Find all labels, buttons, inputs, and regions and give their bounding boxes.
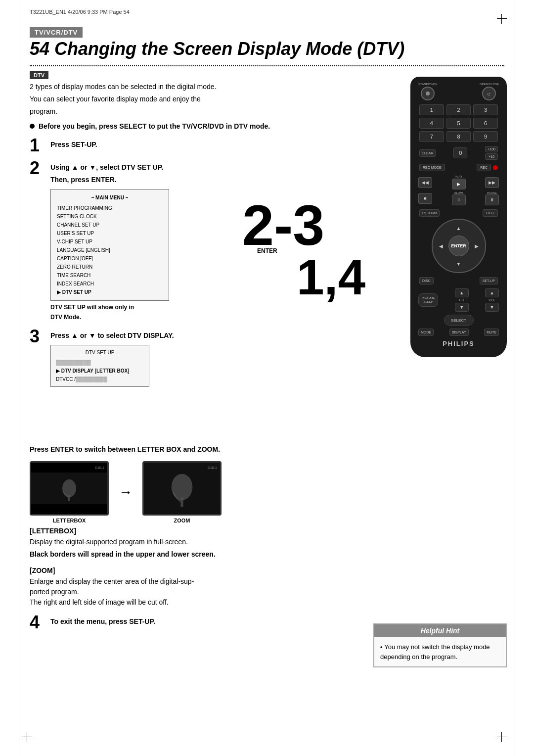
setup-button[interactable]: SET-UP (480, 277, 498, 284)
slow-group: SLOW ⏸ (452, 191, 466, 205)
dtv-badge: DTV (30, 71, 48, 79)
picture-sleep-button[interactable]: PICTURESLEEP (418, 293, 438, 307)
letterbox-line1: Display the digital-supported program in… (30, 537, 316, 547)
standby-button[interactable] (421, 87, 435, 100)
btn-0[interactable]: 0 (453, 147, 467, 158)
menu-item-vchip: V-CHIP SET UP (57, 237, 163, 246)
display-button[interactable]: DISPLAY (449, 329, 469, 336)
ch-label: CH (459, 298, 464, 302)
cross-mark-bottom-right (497, 732, 507, 742)
ch-up-button[interactable]: ▲ (455, 288, 469, 297)
disc-button[interactable]: DISC (419, 277, 434, 284)
ch-down-button[interactable]: ▼ (455, 303, 469, 312)
dtv-set-item1: ▒▒▒▒▒▒▒▒▒▒ (56, 358, 144, 367)
dtv-note-line2: DTV Mode. (50, 314, 169, 321)
dotted-separator (30, 65, 504, 66)
btn-3[interactable]: 3 (473, 104, 498, 115)
standby-icon (426, 92, 430, 95)
nav-right-button[interactable]: ▶ (470, 237, 484, 254)
btn-2[interactable]: 2 (446, 104, 471, 115)
intro-line3: program. (30, 106, 316, 117)
plus-group: +100 +10 (485, 146, 498, 160)
step3-content: Press ▲ or ▼ to select DTV DISPLAY. – DT… (50, 328, 174, 387)
btn-4[interactable]: 4 (419, 118, 444, 129)
vol-group: ▲ VOL ▼ (485, 288, 499, 312)
btn-7[interactable]: 7 (419, 131, 444, 142)
hint-bullet-icon: • (380, 643, 384, 651)
step4-text: To exit the menu, press SET-UP. (50, 617, 155, 625)
transport-row1: ◀◀ PLAY ▶ ▶▶ (415, 175, 502, 189)
rec-button[interactable]: REC (477, 164, 491, 171)
menu-item-users: USER'S SET UP (57, 229, 163, 237)
select-button[interactable]: SELECT (444, 315, 474, 326)
transport-row2: ■ SLOW ⏸ PAUSE ⏸ (415, 191, 502, 205)
open-close-icon: △ (486, 91, 492, 96)
play-group: PLAY ▶ (452, 175, 466, 189)
plus10-button[interactable]: +10 (485, 153, 498, 160)
enter-button[interactable]: ENTER (448, 236, 469, 256)
vol-down-button[interactable]: ▼ (485, 303, 499, 312)
btn-9[interactable]: 9 (473, 131, 498, 142)
step2-content: Using ▲ or ▼, select DTV SET UP. Then, p… (50, 159, 169, 321)
dtv-set-menu-title: – DTV SET UP – (56, 348, 144, 357)
mute-button[interactable]: MUTE (484, 329, 499, 336)
svg-rect-1 (68, 495, 70, 501)
zoom-section: [ZOOM] Enlarge and display the center ar… (30, 567, 316, 608)
open-close-button[interactable]: △ (482, 87, 496, 100)
plus100-button[interactable]: +100 (485, 146, 498, 152)
chapter-title: 54 Changing the Screen Display Mode (DTV… (30, 39, 404, 59)
btn-1[interactable]: 1 (419, 104, 444, 115)
nav-up-button[interactable]: ▲ (450, 221, 467, 235)
btn-8[interactable]: 8 (446, 131, 471, 142)
press-enter-section: Press ENTER to switch between LETTER BOX… (30, 445, 316, 537)
pause-group: PAUSE ⏸ (485, 191, 499, 205)
letterbox-screen: D10-1 (30, 461, 109, 516)
ff-button[interactable]: ▶▶ (485, 177, 499, 188)
step1-text: Press SET-UP. (50, 140, 97, 150)
vol-up-button[interactable]: ▲ (485, 288, 499, 297)
nav-down-button[interactable]: ▼ (450, 257, 467, 271)
remote-top-row: STANDBY/ON OPEN/CLOSE △ (415, 83, 502, 100)
letterbox-overlay-text: D10-1 (95, 466, 104, 470)
nav-left-button[interactable]: ◀ (434, 237, 448, 254)
menu-item-zero: ZERO RETURN (57, 263, 163, 271)
title-button[interactable]: TITLE (483, 209, 498, 217)
clear-button[interactable]: CLEAR (419, 149, 436, 157)
letterbox-bold-line: Black borders will spread in the upper a… (30, 549, 316, 560)
menu-item-channel: CHANNEL SET UP (57, 221, 163, 229)
before-begin: Before you begin, press SELECT to put th… (30, 122, 316, 132)
zoom-tulip-icon (162, 469, 202, 508)
step1-number: 1 (30, 137, 44, 154)
zoom-label: ZOOM (142, 518, 222, 523)
menu-title: – MAIN MENU – (57, 193, 163, 202)
rec-mode-button[interactable]: REC MODE (419, 164, 445, 171)
nav-cluster: ▲ ▼ ◀ ▶ ENTER (432, 219, 486, 273)
descriptions-section: [LETTERBOX] Display the digital-supporte… (30, 527, 316, 614)
menu-item-caption: CAPTION [OFF] (57, 254, 163, 263)
helpful-hint-box: Helpful Hint • You may not switch the di… (373, 623, 507, 667)
ch-group: ▲ CH ▼ (455, 288, 469, 312)
hint-title: Helpful Hint (374, 624, 506, 637)
play-button[interactable]: ▶ (452, 179, 466, 189)
remote-body: STANDBY/ON OPEN/CLOSE △ 1 2 3 4 5 6 7 8 … (410, 77, 507, 357)
bullet-icon (30, 124, 35, 129)
mode-button[interactable]: MODE (418, 329, 434, 336)
stop-button[interactable]: ■ (418, 193, 432, 204)
rec-dot-icon (493, 165, 498, 170)
svg-point-2 (172, 474, 193, 500)
zoom-line2: ported program. (30, 587, 316, 597)
chapter-name: Changing the Screen Display Mode (DTV) (54, 39, 404, 59)
large-number-23: 2-3 (242, 197, 324, 254)
btn-5[interactable]: 5 (446, 118, 471, 129)
open-close-group: OPEN/CLOSE △ (480, 83, 499, 100)
enter-label-overlay: ENTER (257, 247, 277, 254)
rew-button[interactable]: ◀◀ (418, 177, 432, 188)
return-button[interactable]: RETURN (419, 209, 440, 217)
slow-button[interactable]: ⏸ (452, 194, 466, 205)
dtv-set-menu-box: – DTV SET UP – ▒▒▒▒▒▒▒▒▒▒ ▶ DTV DISPLAY … (50, 345, 149, 387)
intro-line2: You can select your favorite display mod… (30, 94, 316, 104)
step2-line2: Then, press ENTER. (50, 175, 169, 185)
btn-6[interactable]: 6 (473, 118, 498, 129)
pause-button[interactable]: ⏸ (485, 194, 499, 205)
step3-number: 3 (30, 328, 44, 345)
